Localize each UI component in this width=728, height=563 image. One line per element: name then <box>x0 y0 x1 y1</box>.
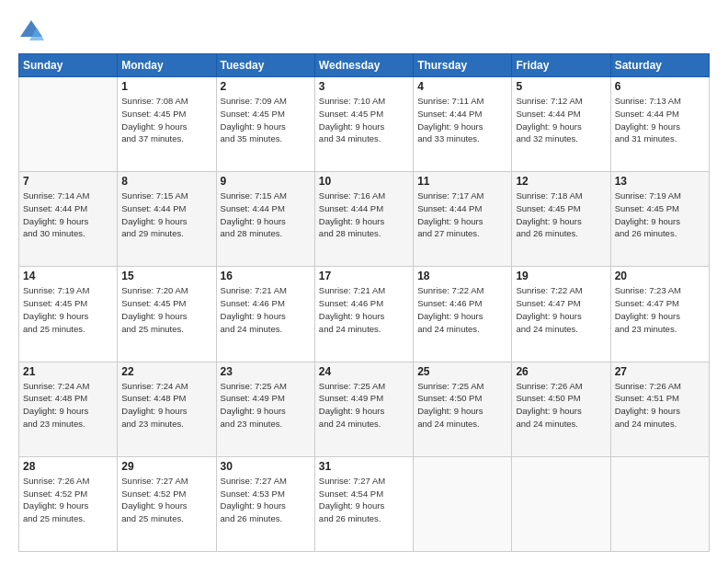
day-number: 29 <box>121 460 211 473</box>
day-number: 19 <box>516 270 606 282</box>
calendar-cell: 9Sunrise: 7:15 AM Sunset: 4:44 PM Daylig… <box>216 172 314 267</box>
header <box>18 15 710 44</box>
day-detail: Sunrise: 7:27 AM Sunset: 4:53 PM Dayligh… <box>221 475 311 525</box>
day-number: 12 <box>516 175 606 188</box>
calendar-cell: 2Sunrise: 7:09 AM Sunset: 4:45 PM Daylig… <box>216 77 314 172</box>
day-number: 17 <box>319 270 409 282</box>
day-detail: Sunrise: 7:12 AM Sunset: 4:44 PM Dayligh… <box>516 95 606 145</box>
calendar-cell: 28Sunrise: 7:26 AM Sunset: 4:52 PM Dayli… <box>19 456 118 551</box>
calendar-cell: 18Sunrise: 7:22 AM Sunset: 4:46 PM Dayli… <box>414 267 512 362</box>
calendar-cell: 29Sunrise: 7:27 AM Sunset: 4:52 PM Dayli… <box>118 456 216 551</box>
day-number: 23 <box>221 365 311 378</box>
calendar-cell: 13Sunrise: 7:19 AM Sunset: 4:45 PM Dayli… <box>610 172 709 267</box>
calendar-header-monday: Monday <box>118 54 216 77</box>
day-detail: Sunrise: 7:27 AM Sunset: 4:54 PM Dayligh… <box>319 475 409 525</box>
day-detail: Sunrise: 7:24 AM Sunset: 4:48 PM Dayligh… <box>121 380 211 431</box>
day-number: 8 <box>121 175 211 188</box>
day-number: 6 <box>615 80 705 93</box>
day-detail: Sunrise: 7:27 AM Sunset: 4:52 PM Dayligh… <box>121 475 211 525</box>
day-detail: Sunrise: 7:21 AM Sunset: 4:46 PM Dayligh… <box>319 284 409 335</box>
calendar-cell <box>512 456 610 551</box>
calendar-cell: 20Sunrise: 7:23 AM Sunset: 4:47 PM Dayli… <box>610 267 709 362</box>
calendar-cell: 17Sunrise: 7:21 AM Sunset: 4:46 PM Dayli… <box>314 267 413 362</box>
day-number: 28 <box>23 460 113 473</box>
day-number: 1 <box>121 80 211 93</box>
calendar-cell: 30Sunrise: 7:27 AM Sunset: 4:53 PM Dayli… <box>216 456 314 551</box>
day-number: 24 <box>319 365 409 378</box>
calendar-cell: 25Sunrise: 7:25 AM Sunset: 4:50 PM Dayli… <box>414 362 512 456</box>
day-number: 21 <box>23 365 113 378</box>
day-number: 7 <box>23 175 113 188</box>
day-number: 11 <box>417 175 507 188</box>
calendar-cell: 21Sunrise: 7:24 AM Sunset: 4:48 PM Dayli… <box>19 362 118 456</box>
day-detail: Sunrise: 7:25 AM Sunset: 4:50 PM Dayligh… <box>417 380 507 431</box>
calendar-cell: 22Sunrise: 7:24 AM Sunset: 4:48 PM Dayli… <box>118 362 216 456</box>
calendar-table: SundayMondayTuesdayWednesdayThursdayFrid… <box>18 53 710 552</box>
day-detail: Sunrise: 7:14 AM Sunset: 4:44 PM Dayligh… <box>23 190 113 240</box>
calendar-cell: 24Sunrise: 7:25 AM Sunset: 4:49 PM Dayli… <box>314 362 413 456</box>
day-detail: Sunrise: 7:25 AM Sunset: 4:49 PM Dayligh… <box>319 380 409 431</box>
calendar-week-row: 28Sunrise: 7:26 AM Sunset: 4:52 PM Dayli… <box>19 456 710 551</box>
day-detail: Sunrise: 7:24 AM Sunset: 4:48 PM Dayligh… <box>23 380 113 431</box>
day-detail: Sunrise: 7:23 AM Sunset: 4:47 PM Dayligh… <box>615 284 705 335</box>
calendar-cell <box>19 77 118 172</box>
day-detail: Sunrise: 7:21 AM Sunset: 4:46 PM Dayligh… <box>221 284 311 335</box>
calendar-cell: 27Sunrise: 7:26 AM Sunset: 4:51 PM Dayli… <box>610 362 709 456</box>
calendar-cell: 14Sunrise: 7:19 AM Sunset: 4:45 PM Dayli… <box>19 267 118 362</box>
day-detail: Sunrise: 7:10 AM Sunset: 4:45 PM Dayligh… <box>319 95 409 145</box>
day-number: 26 <box>516 365 606 378</box>
calendar-cell: 7Sunrise: 7:14 AM Sunset: 4:44 PM Daylig… <box>19 172 118 267</box>
day-detail: Sunrise: 7:26 AM Sunset: 4:51 PM Dayligh… <box>615 380 705 431</box>
calendar-cell: 1Sunrise: 7:08 AM Sunset: 4:45 PM Daylig… <box>118 77 216 172</box>
logo <box>18 18 48 44</box>
calendar-week-row: 14Sunrise: 7:19 AM Sunset: 4:45 PM Dayli… <box>19 267 710 362</box>
calendar-cell: 10Sunrise: 7:16 AM Sunset: 4:44 PM Dayli… <box>314 172 413 267</box>
calendar-cell: 15Sunrise: 7:20 AM Sunset: 4:45 PM Dayli… <box>118 267 216 362</box>
calendar-cell: 19Sunrise: 7:22 AM Sunset: 4:47 PM Dayli… <box>512 267 610 362</box>
day-detail: Sunrise: 7:16 AM Sunset: 4:44 PM Dayligh… <box>319 190 409 240</box>
calendar-header-saturday: Saturday <box>610 54 709 77</box>
day-detail: Sunrise: 7:20 AM Sunset: 4:45 PM Dayligh… <box>121 284 211 335</box>
calendar-week-row: 7Sunrise: 7:14 AM Sunset: 4:44 PM Daylig… <box>19 172 710 267</box>
day-detail: Sunrise: 7:17 AM Sunset: 4:44 PM Dayligh… <box>417 190 507 240</box>
day-detail: Sunrise: 7:13 AM Sunset: 4:44 PM Dayligh… <box>615 95 705 145</box>
day-detail: Sunrise: 7:26 AM Sunset: 4:50 PM Dayligh… <box>516 380 606 431</box>
calendar-cell: 4Sunrise: 7:11 AM Sunset: 4:44 PM Daylig… <box>414 77 512 172</box>
day-detail: Sunrise: 7:08 AM Sunset: 4:45 PM Dayligh… <box>121 95 211 145</box>
day-number: 20 <box>615 270 705 282</box>
calendar-header-wednesday: Wednesday <box>314 54 413 77</box>
calendar-cell: 3Sunrise: 7:10 AM Sunset: 4:45 PM Daylig… <box>314 77 413 172</box>
day-number: 31 <box>319 460 409 473</box>
calendar-cell: 6Sunrise: 7:13 AM Sunset: 4:44 PM Daylig… <box>610 77 709 172</box>
calendar-cell: 8Sunrise: 7:15 AM Sunset: 4:44 PM Daylig… <box>118 172 216 267</box>
day-number: 25 <box>417 365 507 378</box>
day-detail: Sunrise: 7:15 AM Sunset: 4:44 PM Dayligh… <box>221 190 311 240</box>
day-number: 2 <box>221 80 311 93</box>
day-number: 3 <box>319 80 409 93</box>
calendar-header-friday: Friday <box>512 54 610 77</box>
calendar-cell: 12Sunrise: 7:18 AM Sunset: 4:45 PM Dayli… <box>512 172 610 267</box>
day-number: 30 <box>221 460 311 473</box>
calendar-header-row: SundayMondayTuesdayWednesdayThursdayFrid… <box>19 54 710 77</box>
calendar-cell: 16Sunrise: 7:21 AM Sunset: 4:46 PM Dayli… <box>216 267 314 362</box>
day-number: 22 <box>121 365 211 378</box>
day-number: 10 <box>319 175 409 188</box>
day-detail: Sunrise: 7:15 AM Sunset: 4:44 PM Dayligh… <box>121 190 211 240</box>
calendar-header-tuesday: Tuesday <box>216 54 314 77</box>
day-detail: Sunrise: 7:25 AM Sunset: 4:49 PM Dayligh… <box>221 380 311 431</box>
calendar-cell: 11Sunrise: 7:17 AM Sunset: 4:44 PM Dayli… <box>414 172 512 267</box>
calendar-cell: 26Sunrise: 7:26 AM Sunset: 4:50 PM Dayli… <box>512 362 610 456</box>
day-number: 15 <box>121 270 211 282</box>
day-number: 16 <box>221 270 311 282</box>
day-detail: Sunrise: 7:22 AM Sunset: 4:47 PM Dayligh… <box>516 284 606 335</box>
day-detail: Sunrise: 7:09 AM Sunset: 4:45 PM Dayligh… <box>221 95 311 145</box>
day-detail: Sunrise: 7:22 AM Sunset: 4:46 PM Dayligh… <box>417 284 507 335</box>
calendar-week-row: 1Sunrise: 7:08 AM Sunset: 4:45 PM Daylig… <box>19 77 710 172</box>
calendar-cell: 5Sunrise: 7:12 AM Sunset: 4:44 PM Daylig… <box>512 77 610 172</box>
calendar-cell: 31Sunrise: 7:27 AM Sunset: 4:54 PM Dayli… <box>314 456 413 551</box>
logo-icon <box>18 18 44 44</box>
calendar-cell <box>414 456 512 551</box>
calendar-header-sunday: Sunday <box>19 54 118 77</box>
calendar-cell: 23Sunrise: 7:25 AM Sunset: 4:49 PM Dayli… <box>216 362 314 456</box>
day-number: 14 <box>23 270 113 282</box>
